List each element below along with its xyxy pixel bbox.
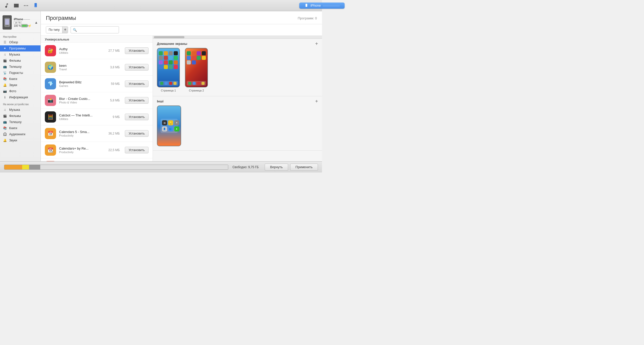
app-info: Calcbot — The Intelli... Utilities	[59, 113, 110, 121]
toolbar-left	[3, 2, 39, 9]
sidebar-item-overview[interactable]: ☰ Обзор	[0, 39, 41, 45]
device-tv-icon: 📺	[3, 120, 7, 124]
app-row[interactable]: 📸 Blur - Create Custo... Photo & Video 5…	[41, 92, 153, 109]
screen-page-2: Страница 2	[185, 48, 208, 92]
app-row[interactable]: Σ Character Pad Utilities 1,7 МБ Установ…	[41, 158, 153, 161]
tv-icon: 📺	[3, 65, 7, 69]
sidebar-item-device-movies[interactable]: 🎬 Фильмы	[0, 113, 41, 119]
apps-split: Универсальные 🔐 Authy Utilities 27,7 МБ …	[41, 36, 322, 161]
video-toolbar-icon[interactable]	[13, 2, 20, 9]
device-tones-icon: 🔔	[3, 139, 7, 142]
other-screens-header: Інші +	[157, 96, 318, 105]
phone-screen-1[interactable]	[157, 48, 180, 87]
sidebar-item-podcasts[interactable]: 📡 Подкасты	[0, 70, 41, 76]
svg-rect-8	[5, 19, 9, 25]
app-size: 5,8 МБ	[110, 99, 120, 102]
app-row[interactable]: 📅 Calendars 5 - Sma... Productivity 36,2…	[41, 125, 153, 142]
app-category: Travel	[59, 68, 107, 71]
filter-dropdown-arrow[interactable]	[62, 26, 68, 33]
svg-point-6	[306, 6, 306, 6]
other-screens-label: Інші	[157, 99, 164, 103]
home-screens-section: Домашние экраны +	[153, 39, 322, 96]
storage-badge: 16 ГБ	[14, 21, 22, 24]
device-icon	[3, 15, 12, 30]
horizontal-scrollbar[interactable]	[153, 36, 322, 39]
sidebar-item-tv[interactable]: 📺 Телешоу	[0, 64, 41, 70]
iphone-toolbar-icon[interactable]	[32, 2, 39, 9]
home-screens-add-button[interactable]: +	[315, 41, 318, 46]
toolbar: iPhone ——————	[0, 0, 322, 11]
other-screens-grid: ⊞ 💡 ✦ 👤 👥 ●	[157, 105, 318, 146]
install-button[interactable]: Установить	[125, 130, 149, 137]
install-button[interactable]: Установить	[125, 64, 149, 71]
install-button[interactable]: Установить	[125, 81, 149, 87]
tones-icon: 🔔	[3, 83, 7, 87]
device-name: iPhone———	[14, 18, 32, 21]
filter-select[interactable]: По типу	[46, 26, 68, 33]
eject-icon[interactable]: ▲	[34, 20, 38, 24]
app-category: Productivity	[59, 151, 105, 154]
screen-1-label: Страница 1	[161, 89, 176, 92]
install-button[interactable]: Установить	[125, 47, 149, 54]
sidebar-item-device-tv[interactable]: 📺 Телешоу	[0, 119, 41, 125]
scroll-thumb[interactable]	[154, 36, 184, 38]
screen-other: ⊞ 💡 ✦ 👤 👥 ●	[157, 105, 181, 146]
app-name: Blur - Create Custo...	[59, 97, 107, 101]
phone-screen-other[interactable]: ⊞ 💡 ✦ 👤 👥 ●	[157, 105, 181, 146]
screens-panel: Домашние экраны +	[153, 36, 322, 161]
device-audiobooks-icon: 🎧	[3, 132, 7, 136]
app-row[interactable]: 🔐 Authy Utilities 27,7 МБ Установить	[41, 43, 153, 59]
screen-2-label: Страница 2	[189, 89, 204, 92]
storage-bar	[4, 165, 228, 170]
search-box[interactable]: 🔍	[71, 26, 119, 33]
other-screens-section: Інші + ⊞ 💡 ✦ 👤	[153, 96, 322, 151]
app-category: Productivity	[59, 134, 105, 137]
more-toolbar-icon[interactable]	[22, 2, 30, 9]
app-row[interactable]: 🌍 been Travel 3,8 МБ Установить	[41, 59, 153, 76]
install-button[interactable]: Установить	[125, 147, 149, 153]
phone-screen-2[interactable]	[185, 48, 208, 87]
install-button[interactable]: Установить	[125, 97, 149, 104]
restore-button[interactable]: Вернуть	[265, 164, 288, 171]
device-tab[interactable]: iPhone ——————	[299, 3, 322, 9]
apply-button[interactable]: Применить	[290, 164, 318, 171]
app-row[interactable]: 🧮 Calcbot — The Intelli... Utilities 9 М…	[41, 109, 153, 125]
sidebar-item-music[interactable]: ♫ Музыка	[0, 51, 41, 58]
app-size: 22,5 МБ	[108, 148, 120, 152]
app-list-section-header: Универсальные	[41, 36, 153, 43]
battery-area: 100 % ⚡	[14, 24, 32, 28]
sidebar-item-tones[interactable]: 🔔 Звуки	[0, 82, 41, 88]
svg-point-0	[24, 5, 25, 6]
svg-point-9	[7, 25, 8, 26]
other-screens-add-button[interactable]: +	[315, 99, 318, 103]
home-screens-label: Домашние экраны	[157, 42, 187, 46]
install-button[interactable]: Установить	[125, 114, 149, 120]
sidebar-item-photos[interactable]: 📷 Фото	[0, 88, 41, 94]
sidebar-item-info[interactable]: ℹ Информация	[0, 94, 41, 100]
apps-header: Программы Программ: 0	[41, 11, 322, 24]
sidebar-item-device-tones[interactable]: 🔔 Звуки	[0, 137, 41, 143]
filter-select-text: По типу	[46, 26, 62, 33]
app-size: 59 МБ	[111, 82, 120, 86]
app-row[interactable]: 📆 Calendars+ by Re... Productivity 22,5 …	[41, 142, 153, 158]
sidebar-item-device-books[interactable]: 📚 Книги	[0, 125, 41, 131]
svg-point-4	[35, 6, 36, 7]
sidebar-item-device-music[interactable]: ♫ Музыка	[0, 107, 41, 113]
device-tab-label: iPhone	[311, 4, 321, 7]
svg-point-1	[25, 5, 26, 6]
search-input[interactable]	[78, 28, 117, 32]
storage-free-label: Свободно: 9,75 ГБ	[232, 165, 259, 169]
music-toolbar-icon[interactable]	[3, 2, 10, 9]
app-icon: 🔐	[45, 45, 56, 56]
sidebar-section-device: На моем устройстве	[0, 100, 41, 107]
sidebar-item-movies[interactable]: 🎬 Фильмы	[0, 58, 41, 64]
podcasts-icon: 📡	[3, 71, 7, 75]
sidebar-item-books[interactable]: 📚 Книги	[0, 76, 41, 82]
app-row[interactable]: 💎 Bejeweled Blitz Games 59 МБ Установить	[41, 76, 153, 92]
sidebar-item-apps[interactable]: ✦ Программы	[0, 45, 41, 51]
filter-bar: По типу 🔍	[41, 24, 322, 36]
books-icon: 📚	[3, 77, 7, 81]
device-section: iPhone——— 16 ГБ 100 % ⚡ ▲	[0, 13, 41, 33]
photos-icon: 📷	[3, 89, 7, 93]
sidebar-item-device-audiobooks[interactable]: 🎧 Аудиокниги	[0, 131, 41, 137]
